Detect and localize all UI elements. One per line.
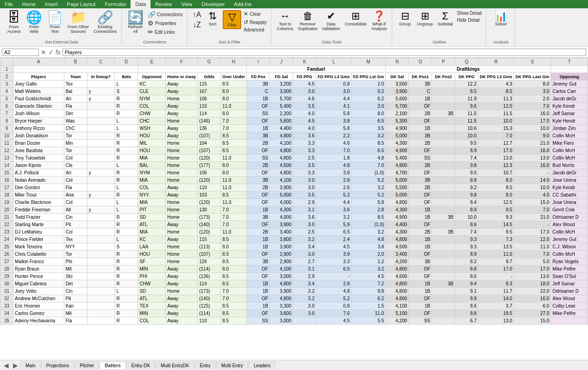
cell-r29-c11[interactable]: - <box>316 273 351 280</box>
cell-r13-c9[interactable]: 4,800 <box>270 154 293 162</box>
cell-r28-c9[interactable]: 4,100 <box>270 265 293 273</box>
cell-r31-c6[interactable]: (173) <box>198 288 221 295</box>
cell-r11-c1[interactable]: Min <box>64 140 87 147</box>
cell-r20-c7[interactable]: 7.0 <box>221 206 247 214</box>
cell-r19-c14[interactable]: OF <box>409 199 432 206</box>
cell-T1[interactable] <box>551 66 588 73</box>
cell-r35-c19[interactable] <box>551 317 588 325</box>
cell-r7-c12[interactable]: 8.0 <box>351 110 386 117</box>
cell-r31-c15[interactable] <box>432 288 455 295</box>
cell-r11-c5[interactable]: Home <box>166 140 198 147</box>
cell-r16-c12[interactable]: 5.2 <box>351 177 386 184</box>
cell-r28-c2[interactable] <box>87 265 115 273</box>
cell-r26-c0[interactable]: Chris Colabello <box>13 251 64 258</box>
cell-r20-c4[interactable]: PIT <box>138 206 166 214</box>
cell-r22-c1[interactable]: Pit <box>64 221 87 228</box>
cell-r18-c2[interactable]: y <box>87 191 115 199</box>
cell-r26-c6[interactable]: (107) <box>198 251 221 258</box>
cell-r27-c0[interactable]: Maikel Franco <box>13 258 64 265</box>
cell-r25-c11[interactable]: 4.5 <box>316 243 351 251</box>
cell-r32-c10[interactable]: 3.2 <box>293 295 316 302</box>
cell-r34-c13[interactable]: 5,100 <box>386 310 409 317</box>
cell-r27-c5[interactable]: Home <box>166 258 198 265</box>
cell-r32-c6[interactable]: (140) <box>198 295 221 302</box>
cell-r14-c15[interactable] <box>432 162 455 169</box>
cell-r15-c18[interactable]: - <box>514 169 551 177</box>
cell-r18-c4[interactable]: NYY <box>138 191 166 199</box>
cell-r15-c12[interactable]: (1.0) <box>351 169 386 177</box>
cell-r14-c10[interactable]: 3.5 <box>293 162 316 169</box>
cell-r7-c15[interactable]: 3B <box>432 110 455 117</box>
cell-r34-c16[interactable]: 8.8 <box>455 310 478 317</box>
cell-r12-c18[interactable]: 16.0 <box>514 147 551 154</box>
cell-r17-c16[interactable]: 9.2 <box>455 184 478 191</box>
cell-r8-c10[interactable]: 4.5 <box>293 117 316 125</box>
cell-r14-c0[interactable]: Jason Kipnis <box>13 162 64 169</box>
cell-r33-c17[interactable]: 3.7 <box>478 302 514 310</box>
tab-batters[interactable]: Batters <box>100 362 125 368</box>
cell-r10-c13[interactable]: 5,000 <box>386 132 409 140</box>
cell-r14-c18[interactable]: 16.0 <box>514 162 551 169</box>
col-M[interactable]: M <box>351 58 386 66</box>
cell-r12-c19[interactable]: Collin McH <box>551 147 588 154</box>
cell-r29-c19[interactable]: Sean O'Sul <box>551 273 588 280</box>
cell-r9-c19[interactable]: Jordan Zim <box>551 125 588 132</box>
cell-r22-c11[interactable]: 5.9 <box>316 221 351 228</box>
cell-r16-c9[interactable]: 4,100 <box>270 177 293 184</box>
cell-r34-c17[interactable]: 19.5 <box>478 310 514 317</box>
cell-r12-c12[interactable]: 6.5 <box>351 147 386 154</box>
cell-r29-c15[interactable] <box>432 273 455 280</box>
col-A[interactable]: A <box>13 58 64 66</box>
cell-r16-c17[interactable]: 8.0 <box>478 177 514 184</box>
cell-r35-c18[interactable]: 15.0 <box>514 317 551 325</box>
cell-r21-c11[interactable]: 3.2 <box>316 214 351 221</box>
cell-r22-c8[interactable]: OF <box>247 221 270 228</box>
cell-r27-c14[interactable]: 3B <box>409 258 432 265</box>
cell-r30-c2[interactable] <box>87 280 115 288</box>
cell-r29-c12[interactable]: 4.5 <box>351 273 386 280</box>
cell-r15-c14[interactable]: OF <box>409 169 432 177</box>
cell-A1[interactable] <box>13 66 138 73</box>
cell-r18-c9[interactable]: 5,000 <box>270 191 293 199</box>
cell-r12-c6[interactable]: (107) <box>198 147 221 154</box>
cell-r3-c6[interactable]: 115 <box>198 80 221 88</box>
cell-r21-c17[interactable]: 9.3 <box>478 214 514 221</box>
cell-r22-c15[interactable] <box>432 221 455 228</box>
cell-r7-c17[interactable]: 11.5 <box>478 110 514 117</box>
cell-r32-c9[interactable]: 4,800 <box>270 295 293 302</box>
cell-r25-c16[interactable]: 9.3 <box>455 243 478 251</box>
cell-r3-c8[interactable]: 3B <box>247 80 270 88</box>
cell-r5-c2[interactable]: y <box>87 95 115 103</box>
cell-r33-c13[interactable]: 4,100 <box>386 302 409 310</box>
cell-r16-c14[interactable]: 3B <box>409 177 432 184</box>
cell-r10-c10[interactable]: 3.6 <box>293 132 316 140</box>
connections-button[interactable]: 🔗 Connections <box>146 10 184 18</box>
cell-r33-c1[interactable]: Kan <box>64 302 87 310</box>
cell-r35-c11[interactable]: 4.5 <box>316 317 351 325</box>
cell-r26-c19[interactable]: Collin McH <box>551 251 588 258</box>
tab-multi-entry[interactable]: Multi Entry <box>216 362 248 368</box>
cell-r32-c2[interactable] <box>87 295 115 302</box>
cell-r3-c1[interactable]: Tex <box>64 80 87 88</box>
cell-r32-c1[interactable]: Pit <box>64 295 87 302</box>
cell-r26-c10[interactable]: 3.0 <box>293 251 316 258</box>
cell-r6-c16[interactable]: 9.6 <box>455 103 478 110</box>
consolidate-button[interactable]: ⊞ Consolidate <box>343 10 369 27</box>
cell-r19-c2[interactable] <box>87 199 115 206</box>
cell-r22-c10[interactable]: 3.0 <box>293 221 316 228</box>
cell-r24-c19[interactable]: Jeremy Gut <box>551 236 588 243</box>
cell-r23-c6[interactable]: (120) <box>198 228 221 236</box>
cell-r14-c2[interactable] <box>87 162 115 169</box>
cell-r18-c14[interactable]: OF <box>409 191 432 199</box>
cell-r28-c15[interactable] <box>432 265 455 273</box>
cell-r5-c3[interactable]: R <box>115 95 138 103</box>
cell-r13-c6[interactable]: (120) <box>198 154 221 162</box>
cell-r14-c19[interactable]: Bud Norris <box>551 162 588 169</box>
cell-r8-c7[interactable]: 7.0 <box>221 117 247 125</box>
cell-r28-c14[interactable]: OF <box>409 265 432 273</box>
cell-r21-c7[interactable]: 7.0 <box>221 214 247 221</box>
cell-r20-c18[interactable]: 7.0 <box>514 206 551 214</box>
cell-r21-c3[interactable]: R <box>115 214 138 221</box>
cell-r34-c3[interactable]: R <box>115 310 138 317</box>
cell-r10-c12[interactable]: 3.2 <box>351 132 386 140</box>
